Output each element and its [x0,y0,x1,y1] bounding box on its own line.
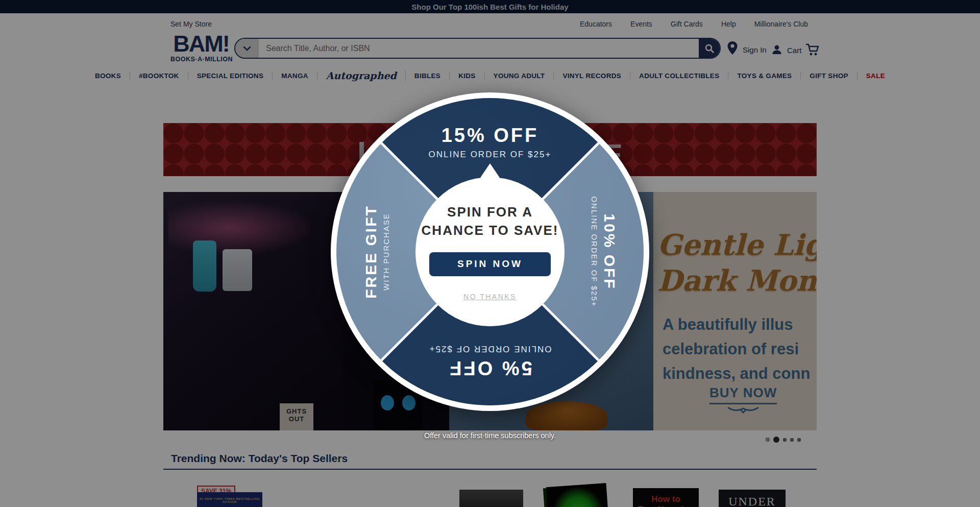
wheel-center: SPIN FOR A CHANCE TO SAVE! SPIN NOW NO T… [415,177,565,326]
wheel-segment-5-off: 5% OFF ONLINE ORDER OF $25+ [429,344,552,379]
no-thanks-link[interactable]: NO THANKS [463,293,517,301]
prize-wheel: 15% OFF ONLINE ORDER OF $25+ 10% OFF ONL… [336,98,644,405]
spin-wheel-modal: 15% OFF ONLINE ORDER OF $25+ 10% OFF ONL… [331,92,649,411]
wheel-pointer-icon [480,163,500,178]
modal-disclaimer: Offer valid for first-time subscribers o… [331,431,649,440]
modal-title: SPIN FOR A CHANCE TO SAVE! [415,203,565,240]
wheel-segment-15-off: 15% OFF ONLINE ORDER OF $25+ [429,125,552,160]
wheel-segment-10-off: 10% OFF ONLINE ORDER OF $25+ [590,196,618,307]
wheel-segment-free-gift: FREE GIFT WITH PURCHASE [362,205,390,299]
spin-now-button[interactable]: SPIN NOW [429,252,551,276]
page: Shop Our Top 100ish Best Gifts for Holid… [0,0,980,507]
